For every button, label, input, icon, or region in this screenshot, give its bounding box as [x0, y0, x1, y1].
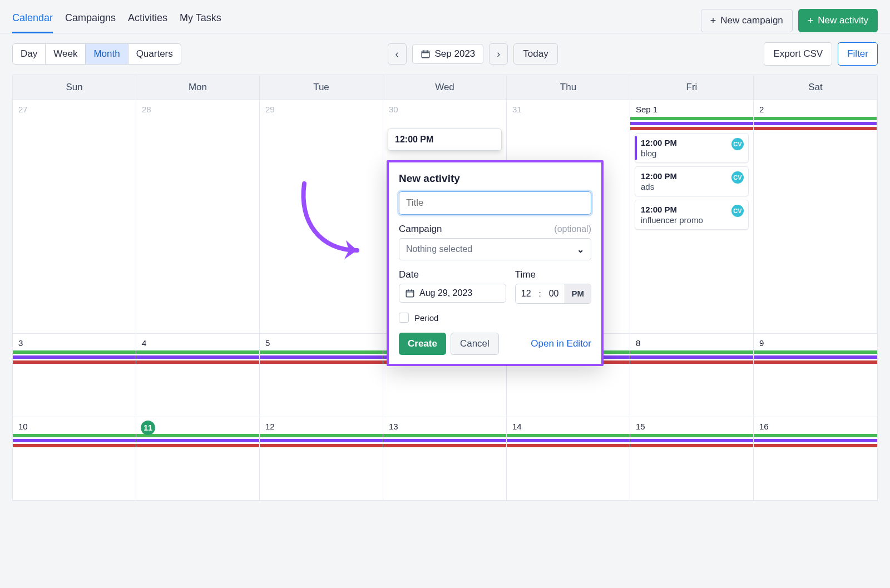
day-number: 30 [388, 103, 502, 116]
tab-activities[interactable]: Activities [128, 8, 167, 33]
new-campaign-label: New campaign [720, 15, 783, 26]
day-cell[interactable]: 12 [260, 417, 383, 500]
avatar: CV [731, 138, 744, 150]
calendar-row: 10 11 12 13 14 15 16 [13, 417, 877, 501]
chevron-right-icon: › [497, 48, 500, 60]
day-cell[interactable]: 10 [13, 417, 136, 500]
day-number: 27 [17, 103, 131, 116]
tab-my-tasks[interactable]: My Tasks [180, 8, 221, 33]
day-cell[interactable]: 16 [754, 417, 877, 500]
activity-title-input[interactable] [399, 191, 591, 215]
slot-time: 12:00 PM [395, 135, 433, 144]
export-csv-button[interactable]: Export CSV [764, 42, 832, 66]
day-number: 13 [388, 421, 502, 433]
date-picker[interactable]: Aug 29, 2023 [399, 284, 506, 303]
day-number: Sep 1 [635, 103, 749, 116]
calendar-icon [421, 49, 431, 59]
day-header: Sun [13, 75, 136, 100]
svg-rect-0 [422, 51, 429, 58]
view-quarters[interactable]: Quarters [128, 44, 181, 64]
day-number: 28 [141, 103, 255, 116]
time-separator: : [537, 284, 543, 303]
chevron-down-icon: ⌄ [577, 244, 584, 255]
event-card[interactable]: CV 12:00 PM ads [635, 166, 749, 196]
day-number: 9 [758, 337, 873, 350]
event-card[interactable]: CV 12:00 PM influencer promo [635, 200, 749, 230]
day-number: 16 [758, 421, 873, 433]
calendar-row: 27 28 29 30 12:00 PM 31 Sep 1 CV 12:00 P… [13, 100, 877, 334]
tab-campaigns[interactable]: Campaigns [65, 8, 116, 33]
date-value: Aug 29, 2023 [419, 288, 472, 298]
time-picker[interactable]: 12 : 00 PM [515, 284, 591, 304]
new-campaign-button[interactable]: + New campaign [701, 9, 793, 32]
day-cell[interactable]: 9 [754, 334, 877, 417]
event-title: influencer promo [641, 215, 743, 225]
filter-button[interactable]: Filter [838, 42, 878, 66]
open-in-editor-link[interactable]: Open in Editor [531, 338, 591, 349]
campaign-optional-hint: (optional) [554, 224, 591, 234]
day-number: 3 [17, 337, 131, 350]
calendar-icon [405, 288, 415, 298]
time-ampm-toggle[interactable]: PM [565, 284, 591, 303]
day-number: 12 [264, 421, 378, 433]
day-cell[interactable]: 13 [383, 417, 507, 500]
view-week[interactable]: Week [46, 44, 86, 64]
view-month[interactable]: Month [86, 44, 128, 64]
popover-title: New activity [399, 172, 591, 185]
day-number: 2 [758, 103, 872, 116]
day-headers: Sun Mon Tue Wed Thu Fri Sat [13, 75, 877, 100]
day-cell[interactable]: 4 [136, 334, 260, 417]
campaign-select-value: Nothing selected [406, 244, 472, 254]
avatar: CV [731, 205, 744, 217]
day-number: 4 [141, 337, 255, 350]
day-cell[interactable]: Sep 1 CV 12:00 PM blog CV 12:00 PM ads C… [630, 100, 754, 333]
time-field-label: Time [515, 269, 591, 280]
day-header: Fri [630, 75, 754, 100]
calendar-grid: Sun Mon Tue Wed Thu Fri Sat 27 28 29 30 … [12, 75, 878, 501]
period-label: Period [414, 313, 438, 323]
today-badge: 11 [141, 421, 255, 435]
event-time: 12:00 PM [641, 138, 743, 147]
selected-slot-card[interactable]: 12:00 PM [388, 129, 502, 151]
today-button[interactable]: Today [513, 43, 557, 65]
event-card[interactable]: CV 12:00 PM blog [635, 133, 749, 163]
day-cell[interactable]: 14 [507, 417, 630, 500]
day-header: Thu [507, 75, 630, 100]
day-number: 8 [635, 337, 749, 350]
day-cell[interactable]: 15 [630, 417, 754, 500]
next-month-button[interactable]: › [489, 43, 508, 65]
tab-calendar[interactable]: Calendar [12, 8, 53, 33]
chevron-left-icon: ‹ [395, 48, 399, 60]
cancel-button[interactable]: Cancel [451, 333, 499, 355]
day-header: Wed [383, 75, 507, 100]
new-activity-button[interactable]: + New activity [798, 9, 878, 32]
day-number: 5 [264, 337, 378, 350]
main-tabs: Calendar Campaigns Activities My Tasks [12, 8, 221, 33]
month-picker[interactable]: Sep 2023 [412, 44, 484, 64]
plus-icon: + [710, 16, 716, 26]
day-header: Sat [754, 75, 877, 100]
month-label: Sep 2023 [435, 48, 476, 60]
prev-month-button[interactable]: ‹ [388, 43, 407, 65]
day-cell[interactable]: 8 [630, 334, 754, 417]
new-activity-label: New activity [818, 15, 868, 26]
day-cell[interactable]: 3 [13, 334, 136, 417]
day-header: Mon [136, 75, 260, 100]
event-time: 12:00 PM [641, 205, 743, 214]
day-number: 14 [511, 421, 625, 433]
day-number: 15 [635, 421, 749, 433]
day-cell[interactable]: 5 [260, 334, 383, 417]
time-hour[interactable]: 12 [516, 284, 537, 303]
period-checkbox[interactable] [399, 313, 409, 323]
day-cell[interactable]: 28 [136, 100, 260, 333]
day-number: 29 [264, 103, 378, 116]
campaign-select[interactable]: Nothing selected ⌄ [399, 238, 591, 260]
day-cell[interactable]: 27 [13, 100, 136, 333]
view-day[interactable]: Day [13, 44, 46, 64]
day-cell[interactable]: 11 [136, 417, 260, 500]
campaign-field-label: Campaign [399, 224, 442, 235]
time-minute[interactable]: 00 [543, 284, 565, 303]
create-button[interactable]: Create [399, 333, 446, 355]
day-cell[interactable]: 2 [754, 100, 877, 333]
day-header: Tue [260, 75, 383, 100]
